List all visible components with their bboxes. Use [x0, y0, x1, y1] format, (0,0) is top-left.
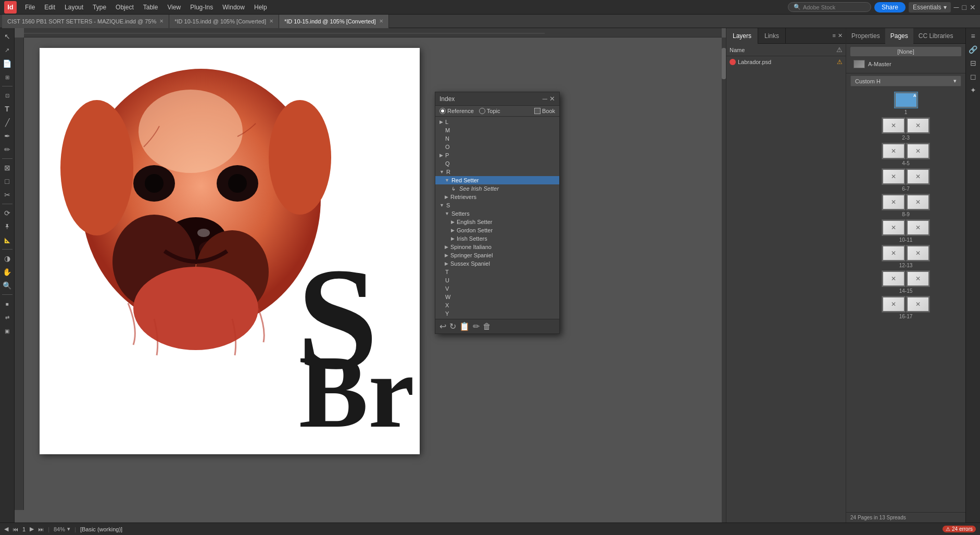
page-spread-10-11[interactable]: ✕ ✕ 10-11: [849, 219, 962, 243]
page-spread-16-17[interactable]: ✕ ✕ 16-17: [849, 296, 962, 319]
page-thumb-10[interactable]: ✕: [882, 219, 906, 236]
stroke-icon[interactable]: ◻: [968, 71, 979, 82]
direct-selection-tool[interactable]: ↗: [1, 44, 14, 56]
tab-close-2[interactable]: ✕: [379, 18, 383, 24]
index-delete-btn[interactable]: 🗑: [483, 322, 491, 331]
gradient-tool[interactable]: ◑: [1, 252, 14, 265]
close-button[interactable]: ✕: [970, 3, 976, 11]
page-thumb-4[interactable]: ✕: [882, 143, 906, 159]
align-icon[interactable]: ⊟: [968, 57, 979, 69]
page-thumb-11[interactable]: ✕: [906, 219, 930, 236]
page-prev-btn[interactable]: ◀: [4, 526, 8, 532]
adobe-stock-search[interactable]: 🔍 Adobe Stock: [788, 2, 871, 12]
index-row-W[interactable]: ▶ W: [435, 293, 559, 301]
page-thumb-12[interactable]: ✕: [882, 245, 906, 262]
index-row-N[interactable]: ▶ N: [435, 134, 559, 143]
layers-panel-menu-btn[interactable]: ≡: [833, 32, 836, 39]
menu-table[interactable]: Table: [139, 3, 162, 12]
index-row-retrievers[interactable]: ▶ Retrievers: [435, 193, 559, 201]
page-thumb-1[interactable]: A: [894, 92, 918, 108]
page-thumb-7[interactable]: ✕: [906, 168, 930, 185]
layer-row-labrador[interactable]: Labrador.psd ⚠: [726, 56, 846, 68]
gap-tool[interactable]: ⊞: [1, 71, 14, 83]
index-row-springer[interactable]: ▶ Springer Spaniel: [435, 251, 559, 259]
index-row-V[interactable]: ▶ V: [435, 284, 559, 293]
type-tool[interactable]: T: [1, 103, 14, 115]
menu-type[interactable]: Type: [89, 3, 110, 12]
index-row-O[interactable]: ▶ O: [435, 143, 559, 151]
zoom-control[interactable]: 84% ▾: [54, 526, 70, 532]
eyedropper-tool[interactable]: 🖈: [1, 220, 14, 233]
menu-layout[interactable]: Layout: [60, 3, 87, 12]
index-row-sussex[interactable]: ▶ Sussex Spaniel: [435, 259, 559, 268]
index-row-red-setter[interactable]: ▼ Red Setter: [435, 176, 559, 184]
page-spread-14-15[interactable]: ✕ ✕ 14-15: [849, 270, 962, 294]
radio-topic[interactable]: Topic: [479, 108, 500, 114]
book-checkbox[interactable]: [534, 108, 541, 114]
content-collector[interactable]: ⊡: [1, 89, 14, 102]
rectangle-tool[interactable]: □: [1, 175, 14, 188]
index-row-spinone[interactable]: ▶ Spinone Italiano: [435, 243, 559, 251]
essentials-button[interactable]: Essentials ▾: [909, 2, 951, 13]
line-tool[interactable]: ╱: [1, 116, 14, 129]
index-minimize-btn[interactable]: ─: [543, 95, 547, 103]
pages-grid[interactable]: A 1 ✕ ✕ 2-3 ✕ ✕ 4-5: [846, 89, 965, 512]
pen-tool[interactable]: ✒: [1, 130, 14, 142]
custom-dropdown[interactable]: Custom H ▾: [850, 76, 961, 86]
index-edit-btn[interactable]: ✏: [473, 321, 480, 331]
rectangle-frame-tool[interactable]: ⊠: [1, 161, 14, 174]
page-spread-8-9[interactable]: ✕ ✕ 8-9: [849, 194, 962, 217]
index-row-setters[interactable]: ▼ Setters: [435, 209, 559, 218]
page-thumb-3[interactable]: ✕: [906, 117, 930, 134]
minimize-button[interactable]: ─: [954, 3, 959, 11]
index-refresh-btn[interactable]: ↻: [449, 321, 456, 331]
page-spread-12-13[interactable]: ✕ ✕ 12-13: [849, 245, 962, 268]
radio-topic-circle[interactable]: [479, 108, 485, 114]
index-add-btn[interactable]: ↩: [439, 321, 446, 331]
pencil-tool[interactable]: ✏: [1, 143, 14, 156]
tab-1[interactable]: *ID 10-15.indd @ 105% [Converted] ✕: [169, 15, 279, 28]
index-row-L[interactable]: ▶ L: [435, 118, 559, 126]
page-thumb-16[interactable]: ✕: [882, 296, 906, 313]
measure-tool[interactable]: 📐: [1, 234, 14, 246]
page-last-btn[interactable]: ⏭: [38, 526, 44, 532]
page-next-btn[interactable]: ▶: [30, 526, 34, 532]
page-first-btn[interactable]: ⏮: [12, 526, 18, 532]
hand-tool[interactable]: ✋: [1, 266, 14, 278]
scissors-tool[interactable]: ✂: [1, 189, 14, 201]
page-thumb-9[interactable]: ✕: [906, 194, 930, 210]
menu-file[interactable]: File: [21, 3, 39, 12]
tab-layers[interactable]: Layers: [726, 28, 758, 44]
index-row-Q[interactable]: ▶ Q: [435, 159, 559, 168]
index-row-S[interactable]: ▼ S: [435, 201, 559, 209]
canvas-area[interactable]: S Br: [15, 28, 726, 522]
index-row-R[interactable]: ▼ R: [435, 168, 559, 176]
index-row-gordon-setter[interactable]: ▶ Gordon Setter: [435, 226, 559, 234]
index-row-Y[interactable]: ▶ Y: [435, 309, 559, 318]
index-row-T[interactable]: ▶ T: [435, 268, 559, 276]
swap-colors[interactable]: ⇄: [1, 311, 14, 324]
index-row-U[interactable]: ▶ U: [435, 276, 559, 284]
page-thumb-15[interactable]: ✕: [906, 270, 930, 287]
maximize-button[interactable]: □: [962, 3, 966, 11]
index-close-btn[interactable]: ✕: [549, 95, 555, 103]
index-row-X[interactable]: ▶ X: [435, 301, 559, 309]
share-button[interactable]: Share: [874, 2, 906, 13]
page-spread-2-3[interactable]: ✕ ✕ 2-3: [849, 117, 962, 141]
tab-properties[interactable]: Properties: [846, 28, 885, 44]
canvas-content[interactable]: S Br: [24, 38, 722, 522]
page-thumb-14[interactable]: ✕: [882, 270, 906, 287]
effects-icon[interactable]: ✦: [968, 84, 979, 96]
index-row-see-irish[interactable]: ↳ See Irish Setter: [435, 184, 559, 193]
menu-view[interactable]: View: [163, 3, 185, 12]
scrollbar-thumb-v[interactable]: [722, 48, 726, 79]
menu-window[interactable]: Window: [218, 3, 249, 12]
tab-cc-libraries[interactable]: CC Libraries: [913, 28, 959, 44]
page-spread-4-5[interactable]: ✕ ✕ 4-5: [849, 143, 962, 166]
page-tool[interactable]: 📄: [1, 57, 14, 70]
index-row-irish-setters[interactable]: ▶ Irish Setters: [435, 234, 559, 243]
link-icon[interactable]: 🔗: [968, 44, 979, 55]
page-spread-6-7[interactable]: ✕ ✕ 6-7: [849, 168, 962, 192]
layers-panel-close-btn[interactable]: ✕: [838, 32, 843, 39]
free-transform-tool[interactable]: ⟳: [1, 207, 14, 219]
